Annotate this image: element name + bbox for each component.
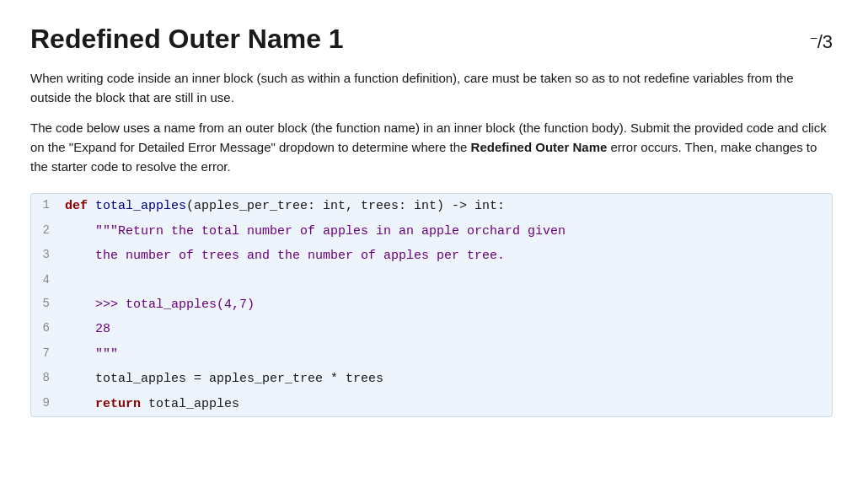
description-paragraph-2: The code below uses a name from an outer… [30,118,833,177]
line-code[interactable] [62,269,832,292]
table-row: 9 return total_apples [31,392,832,417]
code-table: 1def total_apples(apples_per_tree: int, … [31,194,832,416]
table-row: 8 total_apples = apples_per_tree * trees [31,367,832,392]
line-code[interactable]: the number of trees and the number of ap… [62,244,832,269]
table-row: 5 >>> total_apples(4,7) [31,292,832,318]
line-number: 3 [31,244,62,269]
code-token: """Return the total number of apples in … [65,224,566,239]
code-token: 28 [65,322,110,336]
line-number: 4 [31,269,62,292]
line-number: 9 [31,392,62,417]
table-row: 7 """ [31,342,832,367]
table-row: 2 """Return the total number of apples i… [31,219,832,244]
code-token: total_apples [141,397,239,411]
line-number: 5 [31,292,62,318]
line-number: 7 [31,342,62,367]
line-number: 2 [31,219,62,244]
line-code[interactable]: total_apples = apples_per_tree * trees [62,367,832,392]
description-paragraph-1: When writing code inside an inner block … [30,68,833,108]
description-block: When writing code inside an inner block … [30,68,833,176]
header-row: Redefined Outer Name 1 –/3 [30,24,833,55]
code-token: the number of trees and the number of ap… [65,249,505,263]
line-number: 1 [31,194,62,219]
page-title: Redefined Outer Name 1 [30,24,344,55]
code-token: """ [65,347,118,362]
code-token [65,397,95,411]
description-p2-bold: Redefined Outer Name [471,140,608,154]
code-token: return [95,397,141,411]
table-row: 3 the number of trees and the number of … [31,244,832,269]
page-counter: –/3 [811,30,833,53]
table-row: 1def total_apples(apples_per_tree: int, … [31,194,832,219]
line-number: 6 [31,317,62,342]
line-code[interactable]: """ [62,342,832,367]
code-token: total_apples = apples_per_tree * trees [65,372,383,386]
table-row: 6 28 [31,317,832,342]
code-token: (apples_per_tree: int, trees: int) -> in… [186,199,505,213]
line-code[interactable]: return total_apples [62,392,832,417]
code-token: def [65,199,95,213]
code-token: total_apples [95,199,186,213]
code-token: >>> total_apples(4,7) [65,298,255,312]
counter-numerator: – [811,30,817,44]
table-row: 4 [31,269,832,292]
line-code[interactable]: >>> total_apples(4,7) [62,292,832,318]
line-code[interactable]: 28 [62,317,832,342]
line-number: 8 [31,367,62,392]
line-code[interactable]: """Return the total number of apples in … [62,219,832,244]
code-container: 1def total_apples(apples_per_tree: int, … [30,193,833,417]
line-code[interactable]: def total_apples(apples_per_tree: int, t… [62,194,832,219]
